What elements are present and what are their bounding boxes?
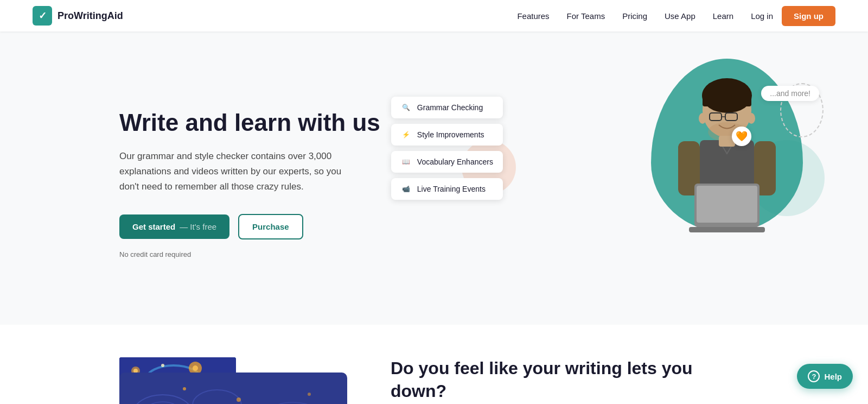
nav-learn[interactable]: Learn — [713, 11, 733, 21]
login-link[interactable]: Log in — [751, 11, 773, 21]
hero-section: Write and learn with us Our grammar and … — [0, 31, 868, 325]
logo-text: ProWritingAid — [58, 10, 123, 22]
signup-button[interactable]: Sign up — [782, 6, 835, 26]
nav-pricing[interactable]: Pricing — [622, 11, 647, 21]
style-label: Style Improvements — [417, 130, 484, 139]
heart-badge: 🧡 — [732, 127, 751, 146]
hero-title: Write and learn with us — [119, 109, 380, 137]
svg-point-35 — [308, 393, 311, 396]
person-svg — [667, 75, 787, 265]
style-icon: ⚡ — [401, 129, 412, 140]
nav-for-teams[interactable]: For Teams — [567, 11, 605, 21]
nav-use-app[interactable]: Use App — [665, 11, 695, 21]
hero-buttons: Get started — It's free Purchase — [119, 214, 380, 239]
hero-illustration: ...and more! 🧡 🔍 Grammar Checking ⚡ Styl… — [380, 75, 835, 292]
feature-card-style: ⚡ Style Improvements — [391, 124, 503, 146]
section2-content: Do you feel like your writing lets you d… — [391, 357, 749, 404]
feature-card-vocabulary: 📖 Vocabulary Enhancers — [391, 151, 503, 173]
help-icon: ? — [808, 370, 820, 382]
svg-rect-14 — [689, 227, 765, 232]
vocabulary-icon: 📖 — [401, 156, 412, 167]
help-button[interactable]: ? Help — [797, 364, 853, 389]
section2-illustration: My idea in my head — [119, 357, 347, 404]
nav-links: Features For Teams Pricing Use App Learn — [517, 11, 733, 21]
svg-point-33 — [183, 387, 186, 390]
logo-icon: ✓ — [33, 6, 52, 26]
purchase-button[interactable]: Purchase — [238, 214, 303, 239]
hero-left: Write and learn with us Our grammar and … — [119, 109, 380, 259]
live-training-label: Live Training Events — [417, 185, 486, 193]
section-writing-down: My idea in my head Do you feel like your… — [0, 325, 868, 404]
svg-point-29 — [133, 395, 193, 404]
nav-features[interactable]: Features — [517, 11, 549, 21]
svg-point-31 — [193, 390, 241, 404]
svg-rect-2 — [703, 96, 751, 106]
feature-card-live-training: 📹 Live Training Events — [391, 178, 503, 200]
no-credit-text: No credit card required — [119, 250, 380, 258]
hero-description: Our grammar and style checker contains o… — [119, 149, 358, 194]
svg-point-30 — [144, 402, 182, 404]
svg-point-7 — [748, 113, 755, 124]
svg-point-34 — [237, 397, 241, 402]
svg-point-22 — [161, 364, 164, 367]
get-started-button[interactable]: Get started — It's free — [119, 214, 229, 239]
navbar: ✓ ProWritingAid Features For Teams Prici… — [0, 0, 868, 31]
svg-point-6 — [699, 113, 706, 124]
svg-rect-13 — [697, 186, 757, 223]
painting-stack: My idea in my head — [119, 357, 347, 404]
overlay-card: My idea in my head — [119, 373, 347, 404]
section2-title: Do you feel like your writing lets you d… — [391, 357, 749, 402]
live-training-icon: 📹 — [401, 184, 412, 194]
help-label: Help — [824, 372, 842, 381]
vocabulary-label: Vocabulary Enhancers — [417, 157, 493, 166]
logo-link[interactable]: ✓ ProWritingAid — [33, 6, 123, 26]
and-more-bubble: ...and more! — [761, 86, 819, 101]
feature-card-grammar: 🔍 Grammar Checking — [391, 97, 503, 118]
grammar-label: Grammar Checking — [417, 103, 483, 112]
grammar-icon: 🔍 — [401, 102, 412, 113]
feature-cards-list: 🔍 Grammar Checking ⚡ Style Improvements … — [391, 97, 503, 200]
